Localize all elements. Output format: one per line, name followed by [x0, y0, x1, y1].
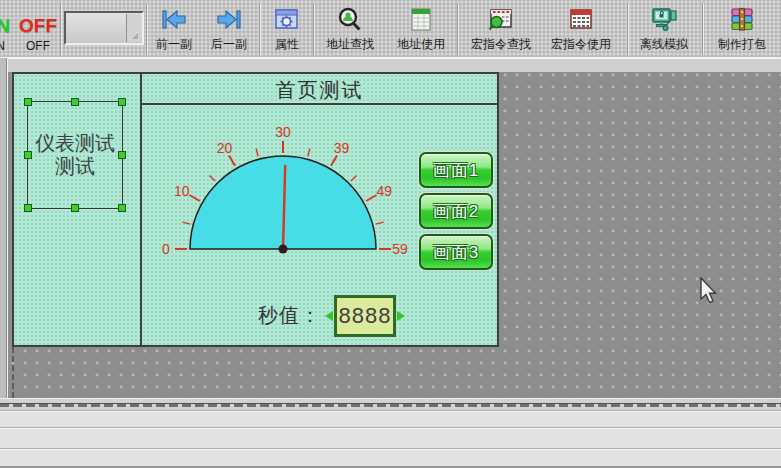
selection-handle[interactable] [118, 98, 126, 106]
screen-title: 首页测试 [142, 77, 497, 104]
seconds-value-display[interactable]: 8888 [334, 295, 396, 337]
arrow-right-bar-icon [215, 6, 243, 34]
arrow-left-bar-icon [160, 6, 188, 34]
off-icon: OFF [16, 15, 60, 37]
status-panel [0, 410, 781, 468]
status-row [0, 410, 781, 427]
off-button[interactable]: OFF OFF [16, 4, 60, 56]
calendar-grid-icon [567, 6, 595, 34]
title-underline [142, 103, 497, 105]
offline-simulation-button[interactable]: 离线模拟 [629, 4, 699, 56]
make-package-button[interactable]: 制作打包 [707, 4, 777, 56]
text-object-label: 仪表测试测试 [35, 132, 115, 178]
table-sheet-icon [407, 6, 435, 34]
resize-handle-left-icon[interactable] [325, 311, 333, 321]
svg-text:20: 20 [217, 140, 233, 156]
selection-handle[interactable] [24, 151, 32, 159]
horizontal-scrollbar[interactable] [0, 398, 781, 410]
dropdown-arrow-icon [132, 33, 138, 39]
svg-text:39: 39 [334, 140, 350, 156]
next-screen-button[interactable]: 后一副 [194, 4, 264, 56]
meter-gauge[interactable]: 0102030394959 [150, 112, 420, 260]
svg-text:59: 59 [392, 241, 408, 257]
scrollbar-track[interactable] [0, 403, 781, 407]
svg-text:0: 0 [162, 241, 170, 257]
svg-text:10: 10 [174, 183, 190, 199]
toolbar: ON ON OFF OFF 前一副 [0, 0, 781, 58]
selected-text-object[interactable]: 仪表测试测试 [27, 101, 123, 209]
hmi-screen-canvas[interactable]: 仪表测试测试 首页测试 0102030394959 画面1 画面2 画面3 秒值… [12, 72, 499, 347]
pane-divider [140, 74, 142, 345]
selection-handle[interactable] [71, 204, 79, 212]
mouse-cursor [699, 277, 721, 311]
resize-handle-right-icon[interactable] [397, 311, 405, 321]
calendar-magnifier-icon [487, 6, 515, 34]
properties-button[interactable]: 属性 [257, 4, 317, 56]
magnifier-person-icon [336, 6, 364, 34]
canvas-edge-guide [12, 347, 14, 398]
toolbar-separator [702, 3, 704, 55]
nav-button-screen3[interactable]: 画面3 [419, 234, 493, 270]
status-row [0, 427, 781, 448]
address-usage-button[interactable]: 地址使用 [386, 4, 456, 56]
toolbar-separator [60, 3, 62, 55]
selection-handle[interactable] [71, 98, 79, 106]
ruler-strip [0, 58, 781, 72]
monitor-simulation-icon [650, 6, 678, 34]
app-window: ON ON OFF OFF 前一副 [0, 0, 781, 468]
selection-handle[interactable] [24, 98, 32, 106]
screen-select-dropdown[interactable] [64, 11, 144, 45]
nav-button-screen1[interactable]: 画面1 [419, 152, 493, 188]
address-search-button[interactable]: 地址查找 [315, 4, 385, 56]
left-panel-edge [0, 58, 7, 398]
svg-text:30: 30 [275, 124, 291, 140]
selection-handle[interactable] [24, 204, 32, 212]
selection-handle[interactable] [118, 204, 126, 212]
window-gear-icon [273, 6, 301, 34]
macro-search-button[interactable]: 宏指令查找 [459, 4, 543, 56]
archive-books-icon [728, 6, 756, 34]
seconds-label: 秒值： [258, 302, 321, 329]
macro-usage-button[interactable]: 宏指令使用 [539, 4, 623, 56]
selection-handle[interactable] [118, 151, 126, 159]
svg-text:49: 49 [377, 183, 393, 199]
status-row [0, 448, 781, 466]
nav-button-screen2[interactable]: 画面2 [419, 193, 493, 229]
